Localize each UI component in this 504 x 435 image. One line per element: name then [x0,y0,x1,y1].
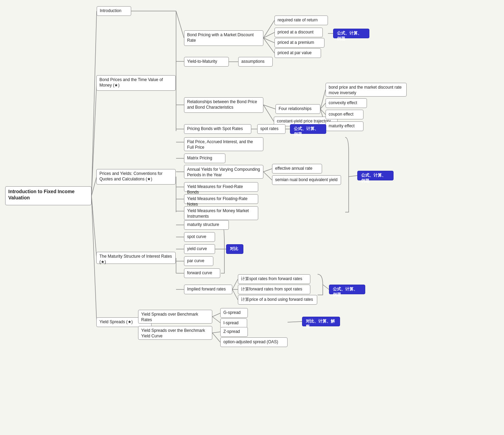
relationships-bond-label: Relationships between the Bond Price and… [187,99,257,110]
priced-par-node: priced at par value [274,48,321,58]
priced-par-label: priced at par value [278,50,312,55]
pricing-spot-node: Pricing Bonds with Spot Rates [184,124,251,134]
bond-pricing-market-label: Bond Pricing with a Market Discount Rate [187,32,254,43]
root-node: Introduction to Fixed Income Valuation [5,186,91,205]
i-spread-label: I-spread [223,320,239,325]
coupon-effect-label: coupon effect [329,112,353,117]
flat-price-node: Flat Price, Accrued Interest, and the Fu… [184,137,263,151]
svg-line-19 [320,90,326,109]
matrix-pricing-node: Matrix Pricing [184,154,225,163]
g-spread-label: G-spread [223,310,241,315]
z-spread-label: Z-spread [223,329,240,334]
matrix-pricing-label: Matrix Pricing [187,156,212,160]
oas-node: option-adjusted spread (OAS) [220,337,288,347]
yield-spreads-curve-node: Yield Spreads over the Benchmark Yield C… [138,326,212,340]
svg-line-50 [212,317,221,323]
implied-forward-label: Implied forward rates [187,287,226,291]
maturity-effect-node: maturity effect [326,121,364,131]
calc-bond-fwd-label: 计算price of a bond using forward rates [241,297,313,302]
prices-yields-node: Prices and Yields: Conventions for Quote… [96,169,176,185]
oas-label: option-adjusted spread (OAS) [223,339,278,344]
gongshi-bond-pricing-node: 公式、计算、例题 [333,29,369,38]
svg-line-17 [263,105,275,109]
spot-curve-node: spot curve [184,232,215,242]
priced-premium-node: priced at a premium [274,38,324,48]
svg-line-52 [212,333,220,342]
i-spread-node: I-spread [220,318,247,328]
svg-line-3 [91,196,97,258]
implied-forward-node: Implied forward rates [184,285,232,294]
semiannual-bond-node: semian nual bond equivalent yield [272,175,341,185]
calc-spot-fwd-label: 计算spot rates from forward rates [241,276,302,281]
gongshi-1-label: 公式、计算、例题 [294,126,319,137]
bond-pricing-market-node: Bond Pricing with a Market Discount Rate [184,30,263,46]
duibi-yield-spreads-node: 对比、计算、解释 [302,317,340,326]
yield-fixed-node: Yield Measures for Fixed-Rate Bonds [184,182,258,192]
pricing-spot-label: Pricing Bonds with Spot Rates [187,126,243,131]
convexity-effect-label: convexity effect [329,100,357,105]
gongshi-1-node: 公式、计算、例题 [290,124,326,134]
spot-rates-node: spot rates [257,124,285,134]
calc-fwd-spot-label: 计算forward rates from spot rates [241,287,302,291]
svg-line-51 [212,332,220,333]
annual-yields-node: Annual Yields for Varying Compounding Pe… [184,165,263,179]
spot-rates-label: spot rates [260,126,279,131]
par-curve-node: par curve [184,256,213,266]
forward-curve-label: forward curve [187,270,212,275]
effective-annual-node: effective annual rate [272,164,322,174]
constant-yield-label: constant-yield price trajectory [277,119,331,123]
intro-node: Introduction [97,6,131,16]
maturity-struct-sub-node: maturity structure [184,220,229,230]
annual-yields-label: Annual Yields for Varying Compounding Pe… [187,167,260,177]
maturity-structure-label: The Maturity Structure of Interest Rates… [99,254,172,264]
duibi-maturity-label: 对比 [230,246,238,251]
yield-money-label: Yield Measures for Money Market Instrume… [187,208,249,219]
yield-floating-label: Yield Measures for Floating-Rate Notes [187,196,248,207]
svg-line-2 [91,177,97,196]
bond-prices-time-node: Bond Prices and the Time Value of Money … [96,75,176,91]
svg-line-46 [323,285,329,289]
par-curve-label: par curve [187,258,204,263]
root-label: Introduction to Fixed Income Valuation [8,189,75,200]
assumptions-node: assumptions [238,57,273,67]
effective-annual-label: effective annual rate [275,166,312,171]
flat-price-label: Flat Price, Accrued Interest, and the Fu… [187,139,253,150]
gongshi-bond-pricing-label: 公式、计算、例题 [337,31,362,41]
four-relationships-label: Four relationships [279,106,311,111]
duibi-yield-spreads-label: 对比、计算、解释 [306,319,335,329]
bond-inversely-node: bond price and the market discount rate … [326,83,407,97]
svg-line-43 [232,279,238,289]
spot-curve-label: spot curve [187,234,206,239]
gongshi-prices-yields-label: 公式、计算、例题 [361,173,386,183]
priced-discount-node: priced at a discount [274,28,323,37]
calc-bond-fwd-node: 计算price of a bond using forward rates [238,295,317,305]
svg-line-45 [232,289,238,300]
svg-line-14 [263,38,274,53]
bond-inversely-label: bond price and the market discount rate … [329,85,401,95]
svg-line-0 [91,11,97,196]
yield-floating-node: Yield Measures for Floating-Rate Notes [184,194,258,204]
yield-to-maturity-node: Yield-to-Maturity [184,57,229,67]
gongshi-implied-node: 公式、计算、例题 [329,285,365,294]
yield-to-maturity-label: Yield-to-Maturity [187,59,217,64]
maturity-struct-sub-label: maturity structure [187,222,219,227]
relationships-bond-node: Relationships between the Bond Price and… [184,97,263,113]
required-rate-node: required rate of return [274,16,328,25]
yield-fixed-label: Yield Measures for Fixed-Rate Bonds [187,184,243,195]
priced-discount-label: priced at a discount [278,30,313,34]
g-spread-node: G-spread [220,308,248,318]
svg-line-33 [263,172,272,180]
semiannual-bond-label: semian nual bond equivalent yield [275,177,338,182]
mind-map: Introduction to Fixed Income Valuation I… [0,0,504,435]
svg-line-32 [263,169,272,172]
calc-spot-fwd-node: 计算spot rates from forward rates [238,274,310,284]
duibi-maturity-node: 对比 [226,244,243,254]
svg-line-53 [288,322,302,322]
assumptions-label: assumptions [241,59,264,64]
yield-spreads-benchmark-label: Yield Spreads over Benchmark Rates [141,312,198,322]
svg-line-4 [91,196,97,322]
gongshi-implied-label: 公式、计算、例题 [333,287,358,297]
yield-spreads-curve-label: Yield Spreads over the Benchmark Yield C… [141,328,205,338]
svg-line-18 [263,105,274,121]
svg-line-1 [91,83,97,196]
